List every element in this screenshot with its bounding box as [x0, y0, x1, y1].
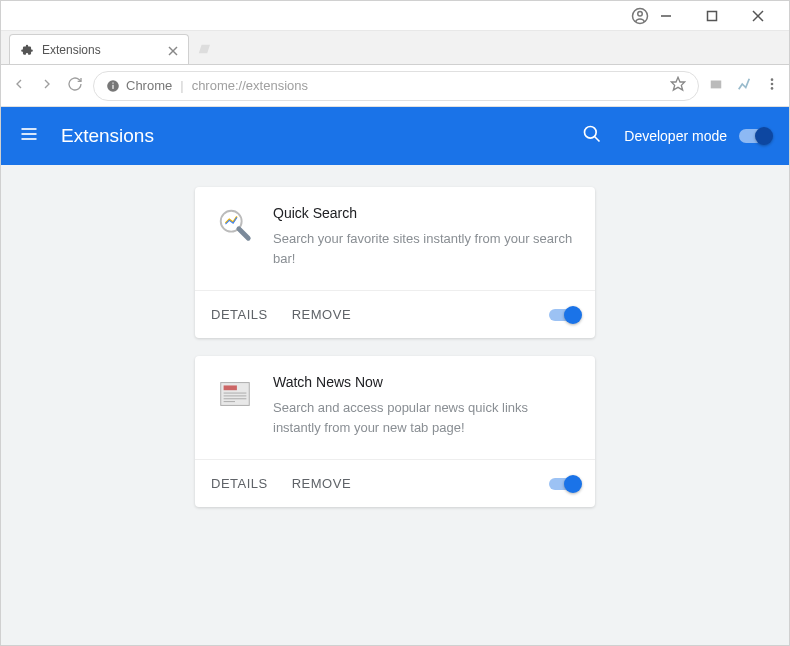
new-tab-button[interactable] [193, 39, 213, 59]
bookmark-star-icon[interactable] [670, 76, 686, 95]
svg-point-14 [771, 78, 774, 81]
address-bar[interactable]: Chrome | chrome://extensions [93, 71, 699, 101]
os-titlebar [1, 1, 789, 31]
extension-enable-toggle[interactable] [549, 309, 579, 321]
extension-card: Quick Search Search your favorite sites … [195, 187, 595, 338]
svg-point-16 [771, 87, 774, 90]
svg-rect-3 [708, 11, 717, 20]
remove-button[interactable]: REMOVE [292, 476, 351, 491]
extensions-content: Quick Search Search your favorite sites … [1, 165, 789, 645]
svg-point-15 [771, 82, 774, 85]
browser-toolbar: Chrome | chrome://extensions [1, 65, 789, 107]
browser-window: Extensions Chrome | chrome://extensions [0, 0, 790, 646]
browser-tab[interactable]: Extensions [9, 34, 189, 64]
window-close-button[interactable] [735, 1, 781, 31]
tab-strip: Extensions [1, 31, 789, 65]
svg-point-1 [638, 12, 643, 17]
reload-button[interactable] [67, 76, 83, 96]
chrome-menu-icon[interactable] [765, 77, 779, 95]
extensions-header: Extensions Developer mode [1, 107, 789, 165]
details-button[interactable]: DETAILS [211, 476, 268, 491]
extension-name: Watch News Now [273, 374, 575, 390]
magnifier-icon [215, 205, 255, 245]
svg-rect-25 [224, 385, 237, 390]
profile-icon[interactable] [631, 7, 649, 29]
window-maximize-button[interactable] [689, 1, 735, 31]
tab-title: Extensions [42, 43, 101, 57]
secure-label: Chrome [126, 78, 172, 93]
svg-rect-13 [711, 80, 722, 88]
extension-action-icon-2[interactable] [737, 77, 751, 95]
extension-enable-toggle[interactable] [549, 478, 579, 490]
svg-marker-12 [671, 77, 684, 90]
extension-name: Quick Search [273, 205, 575, 221]
back-button[interactable] [11, 76, 27, 96]
newspaper-icon [215, 374, 255, 414]
svg-marker-8 [199, 45, 210, 53]
url-text: chrome://extensions [192, 78, 308, 93]
search-icon[interactable] [582, 124, 602, 148]
tab-close-icon[interactable] [168, 45, 178, 55]
svg-line-23 [239, 229, 249, 239]
svg-rect-10 [112, 84, 113, 88]
site-info-icon[interactable]: Chrome [106, 78, 172, 93]
svg-point-20 [585, 127, 597, 139]
extension-card: Watch News Now Search and access popular… [195, 356, 595, 507]
extension-description: Search your favorite sites instantly fro… [273, 229, 575, 268]
remove-button[interactable]: REMOVE [292, 307, 351, 322]
page-title: Extensions [61, 125, 582, 147]
details-button[interactable]: DETAILS [211, 307, 268, 322]
extension-description: Search and access popular news quick lin… [273, 398, 575, 437]
svg-line-21 [595, 137, 600, 142]
developer-mode-toggle[interactable] [739, 129, 771, 143]
svg-rect-11 [112, 82, 113, 83]
forward-button[interactable] [39, 76, 55, 96]
window-minimize-button[interactable] [643, 1, 689, 31]
puzzle-icon [20, 43, 34, 57]
extension-action-icon-1[interactable] [709, 77, 723, 95]
hamburger-menu-icon[interactable] [19, 124, 39, 148]
developer-mode-label: Developer mode [624, 128, 727, 144]
